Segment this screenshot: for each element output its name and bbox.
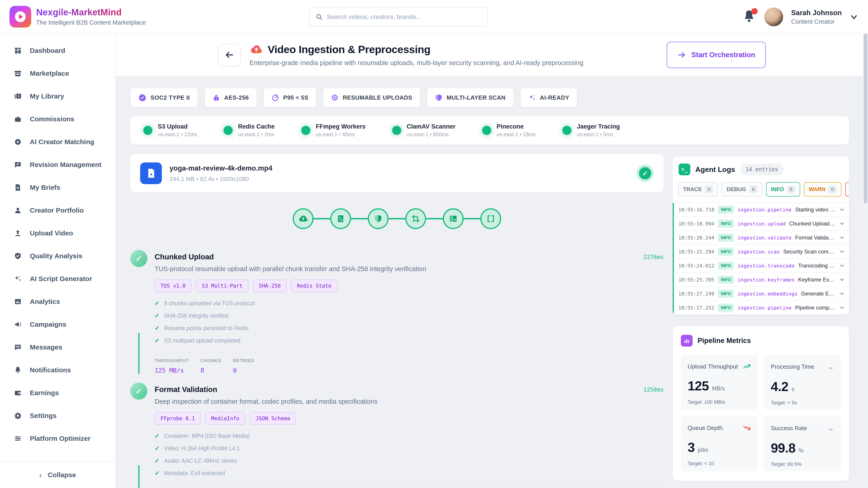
service-name: Jaeger Tracing	[577, 123, 620, 130]
badge-label: AES-256	[224, 94, 249, 101]
sidebar-item-earnings[interactable]: Earnings	[5, 383, 110, 403]
filter-trace[interactable]: TRACE0	[678, 182, 718, 197]
chevron-down-icon[interactable]	[839, 263, 845, 269]
sidebar-item-platform-optimizer[interactable]: Platform Optimizer	[5, 429, 110, 449]
sidebar-item-label: AI Script Generator	[30, 275, 92, 283]
tag: SHA-256	[253, 280, 287, 292]
service-detail: us-east-1 • 45ms	[316, 131, 366, 138]
search-input[interactable]	[327, 13, 482, 21]
video-library-icon	[14, 92, 22, 100]
status-dot-green	[301, 126, 310, 135]
service-clamav-scanner: ClamAV Scanner us-east-1 • 850ms	[392, 123, 456, 138]
sidebar-item-settings[interactable]: Settings	[5, 406, 110, 426]
sidebar-item-analytics[interactable]: Analytics	[5, 292, 110, 312]
check-icon: ✓	[155, 325, 160, 332]
stage-chunked-upload: ✓ Chunked Upload 2276ms TUS-protocol res…	[130, 250, 664, 374]
badge-label: MULTI-LAYER SCAN	[447, 94, 506, 101]
step-upload-icon[interactable]	[293, 208, 313, 229]
chevron-down-icon[interactable]	[839, 277, 845, 283]
sidebar-item-creator-portfolio[interactable]: Creator Portfolio	[5, 200, 110, 220]
sidebar-item-my-library[interactable]: My Library	[5, 86, 110, 106]
log-row[interactable]: 10:55:16.718INFOingestion.pipelineStarti…	[673, 203, 849, 217]
chevron-down-icon[interactable]	[839, 207, 845, 213]
sidebar-item-campaigns[interactable]: Campaigns	[5, 315, 110, 334]
sidebar-item-messages[interactable]: Messages	[5, 337, 110, 357]
check-item: Container: MP4 (ISO Base Media)	[164, 433, 250, 439]
sidebar-item-marketplace[interactable]: Marketplace	[5, 64, 110, 84]
step-crop-icon[interactable]	[405, 208, 426, 229]
sidebar-item-label: Messages	[30, 344, 62, 351]
log-row[interactable]: 10:55:25.705INFOingestion.keyframesKeyfr…	[673, 273, 849, 287]
stage-duration: 1250ms	[643, 386, 664, 393]
sidebar-item-ai-script-generator[interactable]: AI Script Generator	[5, 269, 110, 289]
briefcase-icon	[14, 115, 22, 123]
log-row[interactable]: 10:55:27.252INFOingestion.pipelinePipeli…	[673, 301, 849, 315]
log-row[interactable]: 10:55:24.012INFOingestion.transcodeTrans…	[673, 259, 849, 273]
service-detail: us-east-1 • 18ms	[497, 131, 536, 138]
play-icon	[15, 11, 26, 22]
step-validate-icon[interactable]	[330, 208, 351, 229]
user-avatar[interactable]	[764, 7, 783, 27]
divider	[155, 352, 664, 352]
sidebar-item-notifications[interactable]: Notifications	[5, 360, 110, 380]
sidebar-item-label: Platform Optimizer	[30, 435, 90, 442]
sparkles-icon	[14, 275, 22, 283]
notifications-bell-button[interactable]	[743, 9, 756, 25]
page-title: Video Ingestion & Preprocessing	[268, 43, 430, 56]
check-icon: ✓	[155, 300, 160, 307]
service-name: ClamAV Scanner	[407, 123, 456, 130]
log-row[interactable]: 10:55:20.244INFOingestion.validateFormat…	[673, 231, 849, 245]
chevron-down-icon[interactable]	[839, 221, 845, 227]
chevron-down-icon[interactable]	[839, 249, 845, 255]
check-icon: ✓	[155, 312, 160, 319]
tag: JSON Schema	[250, 412, 296, 425]
upload-icon	[14, 229, 22, 237]
sidebar-item-ai-creator-matching[interactable]: AI Creator Matching	[5, 132, 110, 152]
sidebar-item-quality-analysis[interactable]: Quality Analysis	[5, 246, 110, 266]
log-row[interactable]: 10:55:18.994INFOingestion.uploadChunked …	[673, 217, 849, 231]
step-embeddings-icon[interactable]	[480, 208, 501, 229]
sidebar-item-revision-management[interactable]: Revision Management	[5, 155, 110, 175]
stage-tags: FFprobe 6.1 MediaInfo JSON Schema	[155, 412, 664, 425]
step-keyframes-icon[interactable]	[443, 208, 464, 229]
sidebar-item-label: Commissions	[30, 115, 74, 123]
service-name: FFmpeg Workers	[316, 123, 366, 130]
sidebar-item-my-briefs[interactable]: My Briefs	[5, 177, 110, 197]
badge-ai-ready: AI-READY	[520, 88, 578, 107]
check-item: Metadata: Exif extracted	[164, 470, 225, 477]
stat-value: 125 MB/s	[155, 367, 189, 374]
sidebar-item-dashboard[interactable]: Dashboard	[5, 41, 110, 61]
chevron-down-icon[interactable]	[839, 291, 845, 297]
trend-up-icon	[743, 362, 751, 370]
bar-chart-icon	[14, 298, 22, 305]
sidebar-item-upload-video[interactable]: Upload Video	[5, 223, 110, 243]
filter-info[interactable]: INFO8	[766, 182, 800, 197]
trend-down-icon	[743, 424, 751, 432]
back-button[interactable]	[218, 43, 241, 66]
sidebar-collapse-button[interactable]: ‹ Collapse	[0, 461, 115, 488]
person-icon	[14, 206, 22, 214]
chevron-down-icon[interactable]	[839, 305, 845, 311]
arrow-right-icon	[677, 51, 686, 59]
stat-value: 8	[200, 367, 221, 374]
start-orchestration-button[interactable]: Start Orchestration	[666, 41, 766, 68]
sidebar-item-label: Quality Analysis	[30, 252, 82, 260]
user-info[interactable]: Sarah Johnson Content Creator	[791, 9, 842, 25]
sidebar-item-commissions[interactable]: Commissions	[5, 109, 110, 129]
filter-debug[interactable]: DEBUG6	[721, 182, 762, 197]
log-row[interactable]: 10:55:22.294INFOingestion.scanSecurity S…	[673, 245, 849, 259]
app-logo[interactable]	[9, 6, 31, 28]
badge-aes256: AES-256	[204, 88, 257, 107]
chevron-down-icon[interactable]	[839, 235, 845, 240]
step-scan-icon[interactable]	[368, 208, 389, 229]
filter-warn[interactable]: WARN0	[804, 182, 842, 197]
status-dot-green	[223, 126, 232, 135]
collapse-label: Collapse	[48, 471, 76, 479]
sidebar-item-label: Earnings	[30, 389, 59, 397]
filter-error[interactable]: ERROR0	[845, 182, 849, 197]
search-bar[interactable]	[309, 7, 488, 26]
chevron-down-icon[interactable]	[849, 12, 859, 22]
user-role: Content Creator	[791, 18, 842, 25]
log-row[interactable]: 10:55:27.249INFOingestion.embeddingsGene…	[673, 287, 849, 301]
app-root: Nexgile-MarketMind The Intelligent B2B C…	[0, 0, 868, 488]
